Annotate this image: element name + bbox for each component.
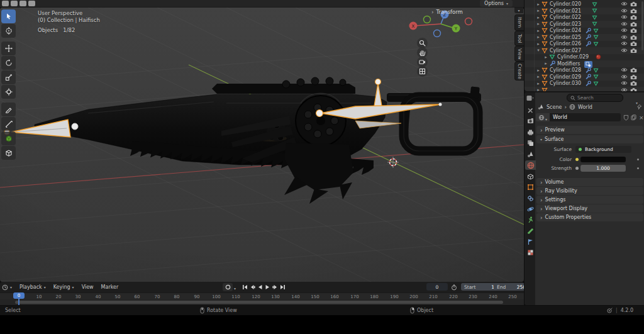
browse-world-button[interactable]	[536, 113, 550, 121]
hide-eye-icon[interactable]	[621, 8, 628, 14]
end-frame-field[interactable]: End250	[494, 283, 524, 291]
tool-add-primitive[interactable]	[1, 146, 16, 160]
hide-eye-icon[interactable]	[621, 41, 628, 47]
disable-render-camera-icon[interactable]	[630, 35, 638, 40]
disable-render-camera-icon[interactable]	[630, 81, 638, 86]
disable-render-camera-icon[interactable]	[630, 28, 638, 33]
tool-measure[interactable]	[1, 117, 16, 131]
tab-bone[interactable]	[525, 226, 535, 236]
view-menu-icon[interactable]	[19, 1, 26, 6]
tab-scene[interactable]	[525, 150, 535, 159]
tab-constraints[interactable]	[525, 194, 535, 203]
tool-add-cube[interactable]	[1, 131, 16, 145]
tab-render[interactable]	[525, 116, 535, 126]
unlink-icon[interactable]: ×	[639, 114, 644, 121]
previous-keyframe-button[interactable]	[249, 283, 256, 291]
panel-viewport-display[interactable]: Viewport Display	[536, 204, 643, 213]
auto-keying-toggle[interactable]	[223, 283, 233, 291]
editor-type-icon[interactable]	[2, 1, 9, 6]
timeline-track[interactable]	[0, 299, 524, 305]
outliner-row-expanded[interactable]: ▾ Cylinder.027	[525, 47, 644, 54]
outliner-row[interactable]: ▸ Cylinder.025	[525, 34, 644, 41]
sidebar-tab-create[interactable]: Create	[514, 62, 524, 81]
outliner-row[interactable]: ▸ Cylinder.028	[525, 67, 644, 74]
panel-settings[interactable]: Settings	[536, 196, 643, 204]
auto-keying-dropdown-icon[interactable]	[234, 286, 236, 291]
hide-eye-icon[interactable]	[621, 1, 628, 7]
play-reverse-button[interactable]	[257, 283, 264, 291]
sidebar-tab-view[interactable]: View	[514, 46, 524, 62]
tool-cursor[interactable]	[1, 24, 16, 38]
outliner-row-child[interactable]: ▸ Cylinder.029	[525, 53, 644, 60]
search-input[interactable]: Search	[567, 94, 623, 102]
tool-move[interactable]	[1, 42, 16, 55]
outliner-row[interactable]: ▸ Cylinder.030	[525, 80, 644, 87]
tool-scale[interactable]	[1, 70, 16, 84]
tab-tool[interactable]	[525, 106, 535, 115]
animate-dot-icon[interactable]	[637, 167, 639, 169]
timeline-editor-type-icon[interactable]	[0, 284, 16, 291]
menu-view[interactable]: View	[78, 284, 97, 290]
hide-eye-icon[interactable]	[621, 21, 628, 27]
shading-icon[interactable]	[28, 1, 35, 6]
mode-icon[interactable]	[11, 1, 18, 6]
toggle-ortho-button[interactable]	[417, 66, 428, 77]
strength-slider[interactable]: 1.000	[580, 165, 626, 172]
disable-render-camera-icon[interactable]	[630, 48, 638, 53]
tab-physics[interactable]	[525, 204, 535, 214]
options-button[interactable]: Options	[480, 0, 513, 7]
tab-collection[interactable]	[525, 172, 535, 181]
disable-render-camera-icon[interactable]	[630, 74, 638, 80]
tab-output[interactable]	[525, 128, 535, 137]
panel-surface[interactable]: ▾ Surface	[536, 135, 643, 143]
viewport-3d[interactable]: User Perspective (0) Collection | Haifis…	[0, 8, 524, 282]
timeline-scrollbar[interactable]	[15, 301, 503, 304]
panel-custom-properties[interactable]: Custom Properties	[536, 213, 643, 221]
menu-keying[interactable]: Keying	[50, 284, 78, 290]
tool-select-box[interactable]	[1, 9, 16, 23]
world-name-field[interactable]: World	[550, 113, 621, 121]
hide-eye-icon[interactable]	[621, 28, 628, 33]
outliner-scrollbar[interactable]	[641, 1, 643, 50]
tab-object-data[interactable]	[525, 215, 535, 225]
outliner-row[interactable]: ▸ Cylinder.024	[525, 27, 644, 34]
sidebar-tab-tool[interactable]: Tool	[514, 31, 524, 46]
panel-volume[interactable]: Volume	[536, 178, 643, 186]
disable-render-camera-icon[interactable]	[630, 41, 638, 47]
tab-view-layer[interactable]	[525, 138, 535, 148]
sidebar-tab-item[interactable]: Item	[514, 14, 524, 31]
hide-eye-icon[interactable]	[621, 48, 628, 53]
hide-eye-icon[interactable]	[621, 67, 628, 73]
new-datablock-icon[interactable]	[631, 114, 636, 121]
outliner-row[interactable]: ▸ Cylinder.021	[525, 8, 644, 14]
disable-render-camera-icon[interactable]	[630, 1, 638, 7]
jump-to-start-button[interactable]	[242, 283, 248, 291]
jump-to-end-button[interactable]	[279, 283, 286, 291]
panel-preview[interactable]: Preview	[536, 126, 643, 134]
transform-panel-header[interactable]: Transform	[431, 9, 463, 15]
fake-user-shield-icon[interactable]	[623, 114, 629, 121]
outliner-row[interactable]: ▸ Cylinder.029	[525, 74, 644, 81]
hide-eye-icon[interactable]	[621, 81, 628, 86]
surface-shader-select[interactable]: Background	[575, 146, 631, 153]
sidebar-collapse-icon[interactable]: ▾	[514, 8, 523, 13]
outliner-row[interactable]: ▸ Cylinder.020	[525, 1, 644, 8]
panel-ray-visibility[interactable]: Ray Visibility	[536, 187, 643, 195]
tool-transform[interactable]	[1, 85, 16, 99]
tab-world-active[interactable]	[525, 160, 536, 170]
tab-texture[interactable]	[525, 248, 535, 257]
outliner-row[interactable]: ▸ Cylinder.022	[525, 14, 644, 21]
menu-playback[interactable]: Playback	[16, 284, 50, 290]
pin-icon[interactable]	[636, 104, 642, 110]
outliner-row-partial[interactable]: ▸	[525, 87, 644, 92]
tool-rotate[interactable]	[1, 56, 16, 70]
outliner-row[interactable]: ▸ Cylinder.026	[525, 40, 644, 47]
hide-eye-icon[interactable]	[621, 74, 628, 80]
tool-annotate[interactable]	[1, 103, 16, 116]
breadcrumb-world[interactable]: World	[578, 104, 592, 110]
current-frame-field[interactable]: 0	[426, 283, 448, 291]
disable-render-camera-icon[interactable]	[630, 67, 638, 73]
next-keyframe-button[interactable]	[272, 283, 279, 291]
color-swatch[interactable]	[580, 157, 626, 162]
tab-object[interactable]	[525, 182, 535, 192]
